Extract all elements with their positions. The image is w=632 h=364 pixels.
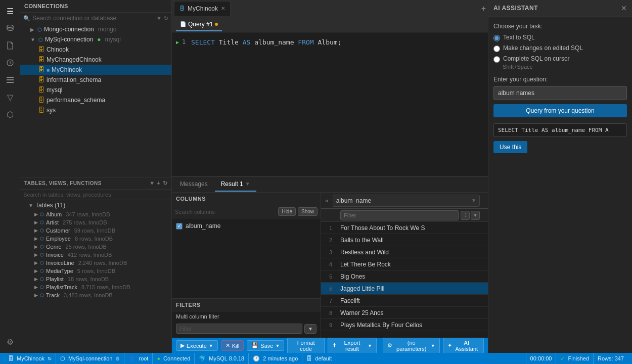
ai-option-make-changes[interactable]: Make changes on edited SQL xyxy=(493,44,627,52)
show-button[interactable]: Show xyxy=(298,207,318,216)
connections-search-input[interactable] xyxy=(32,15,154,22)
data-row[interactable]: 1 For Those About To Rock We S xyxy=(321,222,488,234)
filter-tables-icon[interactable]: ▼ xyxy=(149,180,155,187)
execute-dropdown[interactable]: ▼ xyxy=(209,343,213,348)
filters-panel: FILTERS Multi column filter ▼ xyxy=(172,296,321,338)
table-name: Customer xyxy=(46,228,70,234)
schema-icon[interactable]: ▽ xyxy=(3,90,17,104)
layers-icon[interactable]: ⬡ xyxy=(3,107,17,121)
table-item-customer[interactable]: ▶ ⬡ Customer 59 rows, InnoDB xyxy=(20,226,171,235)
table-item-employee[interactable]: ▶ ⬡ Employee 8 rows, InnoDB xyxy=(20,235,171,243)
history-icon[interactable] xyxy=(3,56,17,70)
table-item-album[interactable]: ▶ ⬡ Album 347 rows, InnoDB xyxy=(20,210,171,218)
table-item-playlisttrack[interactable]: ▶ ⬡ PlaylistTrack 8,715 rows, InnoDB xyxy=(20,283,171,291)
table-meta: 59 rows, InnoDB xyxy=(74,228,115,234)
radio-make-changes[interactable] xyxy=(493,46,500,52)
tab-close-icon[interactable]: ✕ xyxy=(221,6,225,11)
table-item-track[interactable]: ▶ ⬡ Track 3,483 rows, InnoDB xyxy=(20,291,171,299)
tree-item-sys[interactable]: 🗄 sys xyxy=(20,105,171,115)
tree-item-mysql-connection[interactable]: ▼ ⬡ MySql-connection ● mysql xyxy=(20,34,171,44)
tab-dropdown-icon[interactable]: ▼ xyxy=(245,181,250,187)
params-button[interactable]: ⚙ (no parameters) ▼ xyxy=(383,338,440,354)
filter-icon[interactable]: ▼ xyxy=(156,15,162,21)
ai-question-input[interactable] xyxy=(493,86,627,100)
filter-dropdown-btn[interactable]: ▼ xyxy=(304,324,317,334)
add-table-icon[interactable]: + xyxy=(157,180,161,187)
tree-item-info-schema[interactable]: 🗄 information_schema xyxy=(20,75,171,85)
save-dropdown[interactable]: ▼ xyxy=(275,343,280,348)
data-row[interactable]: 6 Jagged Little Pill xyxy=(321,283,488,295)
col-filter-input[interactable] xyxy=(340,210,459,220)
tab-result1[interactable]: Result 1 ▼ xyxy=(215,177,256,192)
radio-text-to-sql[interactable] xyxy=(493,35,500,41)
status-db-refresh[interactable]: ↻ xyxy=(48,356,52,361)
table-item-genre[interactable]: ▶ ⬡ Genre 25 rows, InnoDB xyxy=(20,243,171,251)
tab-messages[interactable]: Messages xyxy=(174,177,214,192)
execute-button[interactable]: ▶ Execute ▼ xyxy=(176,340,218,351)
table-meta: 25 rows, InnoDB xyxy=(66,244,107,250)
table-icon: ⬡ xyxy=(40,285,44,290)
export-dropdown[interactable]: ▼ xyxy=(368,343,372,348)
tree-item-mysql-db[interactable]: 🗄 mysql xyxy=(20,85,171,95)
table-item-invoiceline[interactable]: ▶ ⬡ InvoiceLine 2,240 rows, InnoDB xyxy=(20,259,171,267)
column-checkbox[interactable]: ✓ xyxy=(176,223,183,230)
filter-apply-icon[interactable]: ▼ xyxy=(471,211,480,220)
grid-header: « album_name ▼ xyxy=(321,193,488,209)
data-row[interactable]: 2 Balls to the Wall xyxy=(321,234,488,246)
file-icon[interactable] xyxy=(3,38,17,53)
data-row[interactable]: 5 Big Ones xyxy=(321,270,488,283)
grid-nav-left[interactable]: « xyxy=(323,196,331,205)
code-editor[interactable]: ▶ 1 SELECT Title AS album_name FROM Albu… xyxy=(172,32,488,176)
tree-item-mongo[interactable]: ▶ ⬡ Mongo-connection mongo xyxy=(20,24,171,34)
tab-query1[interactable]: 📄 Query #1 xyxy=(176,18,222,31)
menu-icon[interactable]: ☰ xyxy=(3,4,17,18)
table-item-mediatype[interactable]: ▶ ⬡ MediaType 5 rows, InnoDB xyxy=(20,267,171,275)
export-button[interactable]: ⬆ Export result ▼ xyxy=(328,338,377,354)
table-item-playlist[interactable]: ▶ ⬡ Playlist 18 rows, InnoDB xyxy=(20,275,171,283)
table-icon: ⬡ xyxy=(40,252,44,257)
radio-complete-sql[interactable] xyxy=(493,56,500,63)
tree-item-performance-schema[interactable]: 🗄 performance_schema xyxy=(20,95,171,105)
tree-item-mychinook[interactable]: 🗄 ■ MyChinook xyxy=(20,65,171,75)
data-row[interactable]: 9 Plays Metallica By Four Cellos xyxy=(321,319,488,331)
data-row[interactable]: 8 Warner 25 Anos xyxy=(321,307,488,319)
filter-input[interactable] xyxy=(176,324,302,334)
save-button[interactable]: 💾 Save ▼ xyxy=(247,340,284,351)
ai-assistant-button[interactable]: ✦ AI Assistant xyxy=(443,338,484,354)
table-item-invoice[interactable]: ▶ ⬡ Invoice 412 rows, InnoDB xyxy=(20,251,171,259)
hide-button[interactable]: Hide xyxy=(278,207,296,216)
tables-group-header[interactable]: ▼ Tables (11) xyxy=(20,200,171,210)
line-number-1: 1 xyxy=(182,38,186,46)
save-icon: 💾 xyxy=(251,342,258,349)
filter-options-icon[interactable]: ⋮ xyxy=(461,211,470,220)
ai-query-button[interactable]: Query from your question xyxy=(493,104,627,117)
data-row[interactable]: 7 Facelift xyxy=(321,295,488,307)
refresh-tables-icon[interactable]: ↻ xyxy=(163,180,168,187)
use-this-button[interactable]: Use this xyxy=(493,141,527,153)
tables-list: ▶ ⬡ Album 347 rows, InnoDB▶ ⬡ Artist 275… xyxy=(20,210,171,299)
params-dropdown[interactable]: ▼ xyxy=(431,343,435,348)
run-line-icon[interactable]: ▶ xyxy=(176,39,179,45)
table-name: Artist xyxy=(46,219,59,225)
tree-item-mychangedchinook[interactable]: 🗄 MyChangedChinook xyxy=(20,55,171,65)
column-album-name[interactable]: ✓ album_name xyxy=(172,220,321,232)
settings-icon[interactable]: ⚙ xyxy=(3,335,17,349)
data-row[interactable]: 3 Restless and Wild xyxy=(321,246,488,258)
refresh-icon[interactable]: ↻ xyxy=(164,15,168,22)
data-row[interactable]: 4 Let There Be Rock xyxy=(321,258,488,270)
tables-search-input[interactable] xyxy=(23,192,168,198)
db-status-icon: 🗄 xyxy=(8,355,14,361)
tab-mychinook[interactable]: 🗄 MyChinook ✕ xyxy=(174,1,231,16)
columns-search-input[interactable] xyxy=(175,209,276,215)
ai-option-complete-sql[interactable]: Complete SQL on cursor xyxy=(493,55,627,63)
tree-item-chinook[interactable]: 🗄 Chinook xyxy=(20,44,171,55)
format-code-button[interactable]: Format code xyxy=(287,338,325,354)
database-icon[interactable] xyxy=(3,21,17,35)
kill-button[interactable]: ✕ Kill xyxy=(221,340,244,351)
col-sort-icon[interactable]: ▼ xyxy=(471,198,476,203)
table-item-artist[interactable]: ▶ ⬡ Artist 275 rows, InnoDB xyxy=(20,218,171,226)
ai-option-text-to-sql[interactable]: Text to SQL xyxy=(493,34,627,41)
ai-close-icon[interactable]: ✕ xyxy=(621,4,627,12)
list-icon[interactable] xyxy=(3,73,17,87)
new-tab-icon[interactable]: + xyxy=(481,4,486,13)
